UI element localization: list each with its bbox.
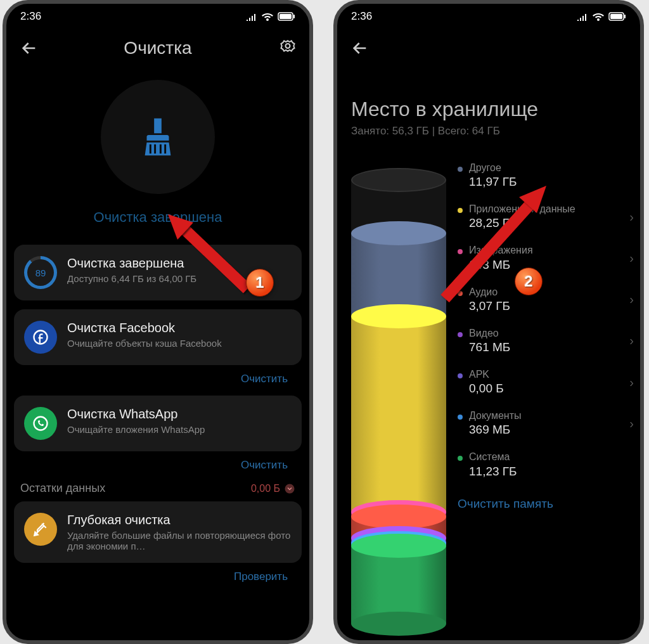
legend-dot-icon [458, 208, 463, 213]
legend-item[interactable]: Аудио3,07 ГБ› [458, 286, 631, 313]
cleanup-hero [101, 80, 215, 194]
brush-icon [136, 115, 180, 159]
clean-button[interactable]: Очистить [241, 373, 288, 385]
card-facebook[interactable]: Очистка Facebook Очищайте объекты кэша F… [14, 309, 302, 365]
chevron-right-icon: › [629, 250, 634, 265]
card-title: Очистка WhatsApp [67, 407, 292, 422]
legend-value: 3,07 ГБ [469, 299, 631, 313]
legend-dot-icon [458, 167, 463, 172]
legend-item[interactable]: Изображения643 МБ› [458, 244, 631, 271]
legend-label: APK [469, 368, 631, 380]
chevron-right-icon: › [629, 375, 634, 389]
card-sub: Очищайте вложения WhatsApp [67, 424, 292, 435]
legend-item[interactable]: Документы369 МБ› [458, 409, 631, 437]
phone-screen-cleaner: 2:36 Очистка Очистка завершена 89 Очистк… [3, 0, 313, 644]
legend-item: Система11,23 ГБ [458, 451, 631, 478]
legend-dot-icon [458, 332, 463, 337]
signal-icon [577, 12, 588, 21]
leftover-data-row[interactable]: Остатки данных 0,00 Б [6, 482, 309, 501]
legend-label: Аудио [469, 286, 631, 298]
legend-value: 28,25 ГБ [469, 216, 631, 230]
annotation-badge-1: 1 [246, 269, 274, 297]
shovel-icon [24, 513, 57, 546]
back-icon[interactable] [19, 38, 39, 58]
chevron-right-icon: › [629, 416, 634, 430]
settings-icon[interactable] [279, 39, 297, 57]
battery-icon [278, 12, 295, 21]
card-title: Очистка Facebook [67, 321, 292, 335]
legend-value: 11,97 ГБ [469, 175, 631, 189]
battery-icon [608, 12, 626, 21]
legend-label: Приложения и данные [469, 203, 631, 215]
status-time: 2:36 [351, 10, 372, 23]
storage-breakdown: Другое11,97 ГБПриложения и данные28,25 Г… [337, 138, 640, 612]
legend-label: Система [469, 451, 631, 463]
card-deep-clean[interactable]: Глубокая очистка Удаляйте большие файлы … [14, 501, 302, 563]
leftover-value: 0,00 Б [251, 483, 280, 494]
cleanup-status-text: Очистка завершена [6, 209, 309, 226]
back-icon[interactable] [350, 38, 370, 58]
legend-value: 643 МБ [469, 258, 631, 272]
card-sub: Очищайте объекты кэша Facebook [67, 338, 292, 349]
legend-value: 761 МБ [469, 340, 631, 354]
legend-item[interactable]: APK0,00 Б› [458, 368, 631, 396]
chevron-down-icon [284, 483, 295, 494]
whatsapp-icon [24, 407, 57, 440]
legend-dot-icon [458, 291, 463, 296]
page-subtitle: Занято: 56,3 ГБ | Всего: 64 ГБ [337, 125, 640, 138]
card-title: Глубокая очистка [67, 513, 292, 527]
svg-point-3 [286, 44, 290, 48]
card-sub: Удаляйте большие файлы и повторяющиеся ф… [67, 530, 292, 551]
legend-item: Другое11,97 ГБ [458, 162, 631, 189]
status-icons [246, 12, 295, 21]
chevron-right-icon: › [629, 209, 634, 224]
annotation-badge-2: 2 [515, 267, 543, 295]
storage-legend: Другое11,97 ГБПриложения и данные28,25 Г… [458, 162, 631, 612]
svg-rect-9 [624, 15, 626, 18]
card-whatsapp[interactable]: Очистка WhatsApp Очищайте вложения Whats… [14, 396, 302, 451]
legend-dot-icon [458, 415, 463, 420]
svg-point-5 [34, 417, 48, 430]
legend-label: Другое [469, 162, 631, 174]
status-icons [577, 12, 626, 21]
facebook-icon [24, 321, 57, 354]
storage-cylinder-chart [351, 168, 446, 612]
check-button[interactable]: Проверить [234, 570, 288, 583]
header: Очистка [6, 29, 309, 67]
legend-dot-icon [458, 249, 463, 254]
progress-ring-icon: 89 [24, 256, 57, 289]
legend-label: Изображения [469, 244, 631, 256]
page-title: Очистка [124, 38, 191, 58]
chevron-right-icon: › [629, 292, 634, 307]
phone-screen-storage: 2:36 Место в хранилище Занято: 56,3 ГБ |… [333, 0, 644, 644]
status-bar: 2:36 [6, 4, 309, 29]
status-time: 2:36 [20, 10, 41, 23]
svg-point-6 [285, 484, 295, 493]
svg-rect-2 [293, 15, 295, 18]
wifi-icon [592, 12, 605, 21]
signal-icon [246, 12, 257, 21]
clear-memory-button[interactable]: Очистить память [458, 496, 631, 512]
legend-item[interactable]: Видео761 МБ› [458, 327, 631, 354]
legend-item[interactable]: Приложения и данные28,25 ГБ› [458, 203, 631, 230]
legend-dot-icon [458, 373, 463, 378]
svg-rect-1 [280, 14, 292, 19]
legend-value: 0,00 Б [469, 382, 631, 396]
page-title: Место в хранилище [337, 67, 640, 125]
chevron-right-icon: › [629, 333, 634, 348]
status-bar: 2:36 [337, 4, 640, 29]
svg-rect-8 [610, 14, 622, 19]
leftover-label: Остатки данных [20, 482, 105, 495]
legend-label: Документы [469, 409, 631, 422]
legend-value: 11,23 ГБ [469, 465, 631, 479]
legend-label: Видео [469, 327, 631, 339]
wifi-icon [261, 12, 274, 21]
header [337, 29, 640, 67]
legend-value: 369 МБ [469, 423, 631, 437]
legend-dot-icon [458, 456, 463, 461]
clean-button[interactable]: Очистить [241, 459, 288, 472]
